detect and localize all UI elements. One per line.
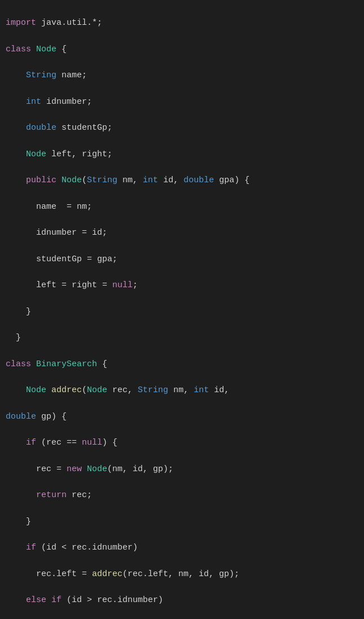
code-line-22: rec.left = addrec(rec.left, nm, id, gp); (3, 568, 364, 581)
code-line-5: double studentGp; (3, 121, 364, 134)
code-editor: import java.util.*; class Node { String … (0, 0, 364, 619)
code-line-13: } (3, 331, 364, 344)
code-line-2: class Node { (3, 43, 364, 56)
code-line-4: int idnumber; (3, 95, 364, 108)
code-line-15: Node addrec(Node rec, String nm, int id, (3, 384, 364, 397)
code-line-6: Node left, right; (3, 148, 364, 161)
code-line-16: double gp) { (3, 410, 364, 423)
code-line-23: else if (id > rec.idnumber) (3, 594, 364, 607)
code-line-8: name = nm; (3, 200, 364, 213)
code-line-18: rec = new Node(nm, id, gp); (3, 463, 364, 476)
code-line-12: } (3, 305, 364, 318)
code-line-20: } (3, 515, 364, 528)
code-line-17: if (rec == null) { (3, 436, 364, 449)
code-line-7: public Node(String nm, int id, double gp… (3, 174, 364, 187)
code-line-3: String name; (3, 69, 364, 82)
code-line-1: import java.util.*; (3, 16, 364, 29)
code-line-19: return rec; (3, 489, 364, 502)
code-line-21: if (id < rec.idnumber) (3, 541, 364, 554)
code-line-11: left = right = null; (3, 279, 364, 292)
code-line-14: class BinarySearch { (3, 358, 364, 371)
code-line-9: idnumber = id; (3, 226, 364, 239)
code-line-10: studentGp = gpa; (3, 253, 364, 266)
